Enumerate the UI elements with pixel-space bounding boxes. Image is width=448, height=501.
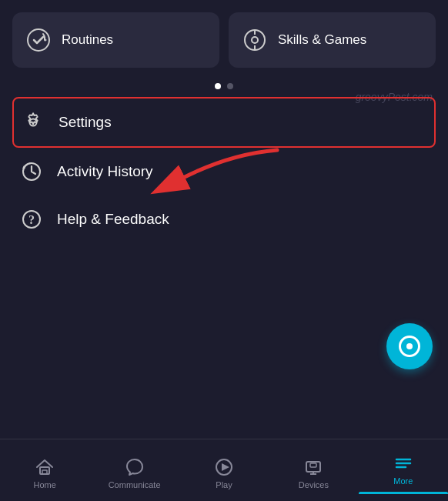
routines-icon <box>25 26 52 54</box>
nav-home[interactable]: Home <box>0 439 89 501</box>
bottom-nav: Home Communicate Play Devices <box>0 439 448 501</box>
activity-history-icon <box>18 159 45 185</box>
active-bar <box>359 492 448 494</box>
nav-devices[interactable]: Devices <box>269 439 358 501</box>
skills-games-label: Skills & Games <box>278 32 366 48</box>
svg-rect-17 <box>310 463 316 467</box>
activity-history-label: Activity History <box>57 163 153 180</box>
svg-rect-13 <box>42 470 47 474</box>
play-nav-label: Play <box>216 480 232 489</box>
dot-2 <box>227 83 233 89</box>
svg-marker-15 <box>222 463 229 471</box>
main-content: Routines Skills & Games groovyPost.com <box>0 0 448 439</box>
cards-row: Routines Skills & Games <box>12 12 436 68</box>
dot-1 <box>215 83 221 89</box>
svg-point-3 <box>252 37 258 43</box>
settings-icon <box>20 109 46 135</box>
nav-play[interactable]: Play <box>179 439 269 501</box>
more-icon <box>393 453 413 473</box>
communicate-nav-label: Communicate <box>109 480 161 489</box>
help-feedback-menu-item[interactable]: ? Help & Feedback <box>12 195 436 243</box>
alexa-fab-button[interactable] <box>386 323 433 369</box>
skills-games-icon <box>241 26 269 54</box>
help-feedback-icon: ? <box>18 206 45 232</box>
menu-list: Settings Activity History ? <box>12 97 436 243</box>
devices-icon <box>303 457 323 477</box>
activity-history-menu-item[interactable]: Activity History <box>12 148 436 195</box>
settings-label: Settings <box>59 114 112 131</box>
routines-card[interactable]: Routines <box>12 12 219 68</box>
nav-more[interactable]: More <box>359 439 448 501</box>
play-icon <box>214 457 234 477</box>
alexa-fab-inner <box>399 336 420 357</box>
skills-games-card[interactable]: Skills & Games <box>229 12 436 68</box>
more-nav-label: More <box>393 476 413 486</box>
svg-text:?: ? <box>28 213 35 226</box>
alexa-fab-dot <box>406 343 413 349</box>
settings-menu-item[interactable]: Settings <box>12 97 436 148</box>
svg-marker-1 <box>45 38 47 42</box>
routines-label: Routines <box>62 32 113 48</box>
help-feedback-label: Help & Feedback <box>57 211 169 228</box>
nav-communicate[interactable]: Communicate <box>89 439 179 501</box>
devices-nav-label: Devices <box>299 480 329 489</box>
home-icon <box>35 457 55 477</box>
home-nav-label: Home <box>34 480 56 489</box>
communicate-icon <box>125 457 145 477</box>
pagination-dots <box>12 83 436 89</box>
